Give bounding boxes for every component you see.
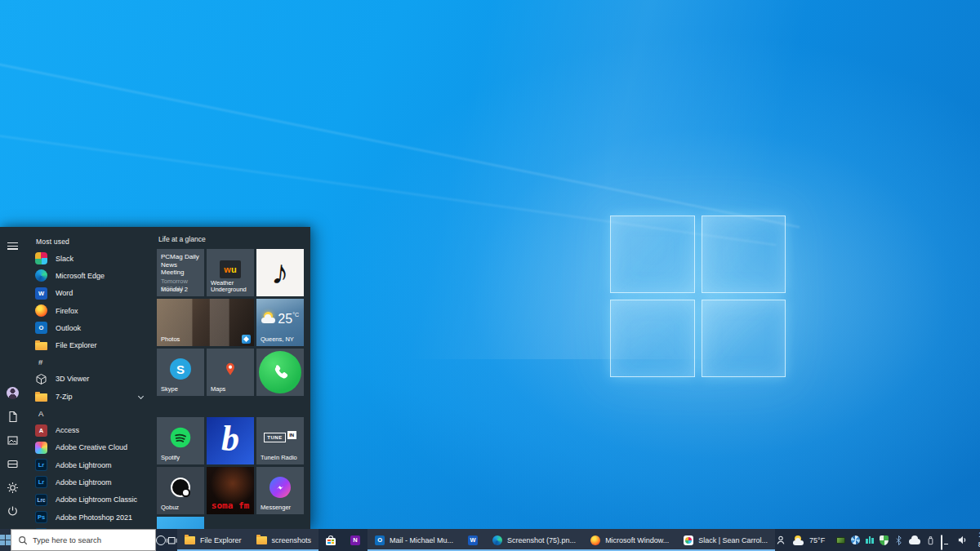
firefox-icon bbox=[590, 535, 600, 545]
tray-app-teal-icon[interactable] bbox=[866, 536, 874, 544]
user-account-button[interactable] bbox=[4, 385, 20, 402]
people-button[interactable] bbox=[775, 529, 786, 551]
taskbar-button-firefox[interactable]: Microsoft Window... bbox=[583, 529, 676, 551]
onenote-icon: N bbox=[350, 535, 360, 545]
file-explorer-icon bbox=[7, 458, 19, 470]
word-icon: W bbox=[35, 287, 47, 300]
start-menu-rail bbox=[0, 227, 24, 529]
tile-tunein[interactable]: TUNEIN TuneIn Radio bbox=[256, 417, 304, 464]
taskbar-button-edge[interactable]: Screenshot (75).pn... bbox=[485, 529, 583, 551]
tray-app-green-icon[interactable] bbox=[836, 537, 845, 544]
task-view-icon bbox=[166, 535, 177, 546]
app-item-lightroom-classic[interactable]: Lrc Adobe Lightroom Classic bbox=[24, 491, 153, 509]
app-item-3d-viewer[interactable]: 3D Viewer bbox=[24, 371, 153, 388]
gear-icon bbox=[7, 482, 19, 494]
taskbar-button-file-explorer[interactable]: File Explorer bbox=[177, 529, 249, 551]
system-tray bbox=[831, 535, 973, 546]
pictures-icon bbox=[7, 434, 19, 447]
app-item-outlook[interactable]: O Outlook bbox=[24, 319, 153, 336]
tile-qobuz[interactable]: Qobuz bbox=[157, 467, 204, 514]
taskbar-button-slack[interactable]: Slack | Sean Carrol... bbox=[676, 529, 775, 551]
tile-spotify[interactable]: Spotify bbox=[157, 417, 204, 464]
windows-logo-pane bbox=[610, 300, 695, 377]
app-item-creative-cloud[interactable]: Adobe Creative Cloud bbox=[24, 439, 153, 456]
most-used-header: Most used bbox=[36, 238, 153, 246]
app-item-access[interactable]: A Access bbox=[24, 421, 153, 438]
access-icon: A bbox=[35, 424, 47, 437]
app-item-7zip[interactable]: 7-Zip bbox=[24, 388, 153, 405]
volume-icon[interactable] bbox=[957, 535, 968, 545]
tile-messenger[interactable]: Messenger bbox=[256, 467, 304, 514]
photos-app-icon bbox=[242, 335, 251, 344]
display-icon[interactable] bbox=[941, 535, 951, 544]
windows-logo bbox=[610, 216, 786, 377]
bluetooth-icon[interactable] bbox=[894, 535, 903, 546]
taskbar-button-onenote[interactable]: N bbox=[343, 529, 368, 551]
outlook-icon: O bbox=[375, 535, 385, 545]
app-item-slack[interactable]: Slack bbox=[24, 250, 153, 267]
somafm-logo: soma fm bbox=[207, 500, 254, 511]
search-icon bbox=[18, 535, 28, 545]
start-button[interactable] bbox=[0, 529, 11, 551]
weather-icon bbox=[793, 535, 805, 545]
lightroom-classic-icon: Lrc bbox=[35, 494, 47, 506]
weather-location-label: Queens, NY bbox=[261, 336, 294, 344]
taskbar-button-store[interactable] bbox=[318, 529, 343, 551]
power-icon bbox=[7, 505, 19, 518]
tile-maps[interactable]: Maps bbox=[207, 349, 254, 396]
cortana-button[interactable] bbox=[156, 529, 166, 551]
weather-temperature: 75°F bbox=[809, 536, 825, 544]
tile-calendar[interactable]: PCMag Daily News Meeting Tomorrow 9:00 A… bbox=[157, 249, 204, 296]
app-item-lightroom-2[interactable]: Lr Adobe Lightroom bbox=[24, 473, 153, 491]
app-item-edge[interactable]: Microsoft Edge bbox=[24, 267, 153, 284]
windows-security-icon[interactable] bbox=[880, 535, 889, 545]
tile-bandsintown[interactable]: b bbox=[207, 417, 254, 464]
tile-somafm[interactable]: soma fm bbox=[207, 467, 254, 514]
documents-button[interactable] bbox=[4, 409, 20, 425]
tile-partial[interactable] bbox=[157, 517, 204, 529]
tile-weather[interactable]: 25°C Queens, NY bbox=[256, 299, 304, 346]
app-item-lightroom[interactable]: Lr Adobe Lightroom bbox=[24, 456, 153, 473]
tile-whatsapp[interactable] bbox=[256, 349, 304, 396]
taskbar-search[interactable] bbox=[11, 529, 156, 551]
power-button[interactable] bbox=[4, 504, 20, 520]
taskbar-button-word[interactable]: W bbox=[461, 529, 485, 551]
onedrive-icon[interactable] bbox=[909, 536, 920, 544]
tile-photos[interactable]: Photos bbox=[157, 299, 254, 346]
windows-logo-pane bbox=[610, 216, 695, 293]
tile-groove-music[interactable]: ♪ bbox=[256, 249, 304, 296]
taskbar-right-cluster: 75°F 1:13 PM bbox=[786, 529, 980, 551]
taskbar-clock[interactable]: 1:13 PM 8/2/2021 bbox=[973, 531, 980, 549]
section-header-hash[interactable]: # bbox=[24, 354, 153, 371]
tile-group-header[interactable]: Life at a glance bbox=[158, 235, 206, 243]
app-item-word[interactable]: W Word bbox=[24, 285, 153, 302]
cube-icon bbox=[35, 373, 47, 385]
photoshop-icon: Ps bbox=[35, 511, 47, 523]
desktop: Most used Slack Microsoft Edge W Word Fi… bbox=[0, 0, 980, 551]
search-input[interactable] bbox=[33, 535, 155, 544]
taskbar-weather-widget[interactable]: 75°F bbox=[786, 535, 831, 545]
windows-logo-pane bbox=[702, 216, 786, 293]
app-item-photoshop[interactable]: Ps Adobe Photoshop 2021 bbox=[24, 509, 153, 526]
taskbar-button-screenshots[interactable]: screenshots bbox=[249, 529, 319, 551]
pictures-button[interactable] bbox=[4, 433, 20, 449]
settings-button[interactable] bbox=[4, 480, 20, 496]
tile-weather-underground[interactable]: wu Weather Underground bbox=[207, 249, 254, 296]
wallpaper-ray bbox=[0, 57, 800, 228]
folder-icon bbox=[256, 536, 267, 544]
taskbar-button-mail[interactable]: O Mail - Michael Mu... bbox=[368, 529, 461, 551]
section-header-a[interactable]: A bbox=[24, 405, 153, 421]
file-explorer-rail-button[interactable] bbox=[4, 456, 20, 473]
map-pin-icon bbox=[223, 361, 238, 377]
skype-icon: S bbox=[170, 358, 191, 380]
app-item-firefox[interactable]: Firefox bbox=[24, 302, 153, 319]
app-item-file-explorer[interactable]: File Explorer bbox=[24, 336, 153, 353]
tile-skype[interactable]: S Skype bbox=[157, 349, 204, 396]
usb-device-icon[interactable] bbox=[926, 535, 935, 546]
expand-menu-button[interactable] bbox=[4, 238, 20, 255]
tray-app-pinwheel-icon[interactable] bbox=[851, 535, 860, 544]
task-view-button[interactable] bbox=[166, 529, 177, 551]
whatsapp-icon bbox=[259, 351, 301, 393]
microsoft-store-icon bbox=[326, 535, 336, 545]
creative-cloud-icon bbox=[35, 442, 47, 454]
